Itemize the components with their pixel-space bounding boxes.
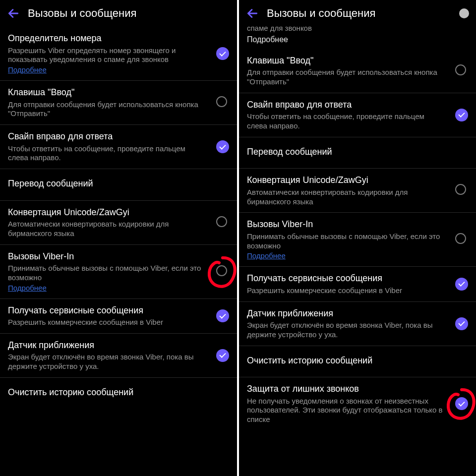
row-description: Принимать обычные вызовы с помощью Viber…	[247, 232, 446, 251]
settings-row[interactable]: Получать сервисные сообщенияРазрешить ко…	[0, 298, 237, 333]
row-description: Разрешить Viber определять номер звоняще…	[8, 46, 207, 65]
row-title: Конвертация Unicode/ZawGyi	[8, 207, 207, 218]
row-title: Очистить историю сообщений	[247, 355, 446, 366]
row-title: Очистить историю сообщений	[8, 387, 207, 398]
cutoff-previous-item-desc: спаме для звонков	[239, 24, 476, 33]
row-description: Чтобы ответить на сообщение, проведите п…	[8, 144, 207, 163]
row-title: Клавиша "Ввод"	[8, 87, 207, 98]
row-title: Вызовы Viber-In	[247, 219, 446, 230]
check-circle-icon	[455, 109, 468, 121]
settings-row[interactable]: Клавиша "Ввод"Для отправки сообщения буд…	[0, 80, 237, 124]
touch-indicator-icon	[459, 8, 469, 18]
settings-row[interactable]: Защита от лишних звонковНе получать увед…	[239, 377, 476, 430]
toggle-on[interactable]	[216, 140, 229, 153]
toggle-on[interactable]	[455, 397, 468, 410]
toggle-on[interactable]	[455, 317, 468, 330]
row-title: Датчик приближения	[8, 340, 207, 351]
toggle-off[interactable]	[216, 265, 229, 278]
more-link[interactable]: Подробнее	[8, 65, 47, 74]
row-description: Экран будет отключён во время звонка Vib…	[247, 321, 446, 340]
settings-list[interactable]: Клавиша "Ввод"Для отправки сообщения буд…	[239, 49, 476, 476]
check-circle-icon	[216, 349, 229, 362]
row-description: Для отправки сообщения будет использоват…	[8, 100, 207, 119]
settings-row[interactable]: Датчик приближенияЭкран будет отключён в…	[239, 301, 476, 346]
row-description: Принимать обычные вызовы с помощью Viber…	[8, 264, 207, 283]
circle-outline-icon	[216, 216, 227, 227]
row-description: Для отправки сообщения будет использоват…	[247, 68, 446, 87]
more-link[interactable]: Подробнее	[247, 251, 286, 260]
row-title: Определитель номера	[8, 33, 207, 44]
section-header[interactable]: Очистить историю сообщений	[239, 346, 476, 377]
row-description: Разрешить коммерческие сообщения в Viber	[8, 318, 207, 327]
settings-row[interactable]: Свайп вправо для ответаЧтобы ответить на…	[239, 93, 476, 137]
settings-row[interactable]: Получать сервисные сообщенияРазрешить ко…	[239, 266, 476, 301]
toggle-on[interactable]	[455, 278, 468, 291]
circle-outline-icon	[216, 96, 227, 107]
more-link[interactable]: Подробнее	[247, 35, 288, 44]
row-description: Автоматически конвертировать кодировки д…	[247, 188, 446, 207]
check-circle-icon	[216, 309, 229, 322]
row-description: Разрешить коммерческие сообщения в Viber	[247, 286, 446, 296]
back-arrow-icon[interactable]	[7, 7, 20, 20]
row-title: Датчик приближения	[247, 308, 446, 319]
row-title: Получать сервисные сообщения	[8, 305, 207, 316]
row-title: Вызовы Viber-In	[8, 251, 207, 262]
settings-list[interactable]: Определитель номераРазрешить Viber опред…	[0, 27, 237, 476]
section-header[interactable]: Перевод сообщений	[239, 137, 476, 169]
settings-row[interactable]: Вызовы Viber-InПринимать обычные вызовы …	[239, 212, 476, 266]
section-header[interactable]: Очистить историю сообщений	[0, 377, 237, 409]
check-circle-icon	[455, 278, 468, 291]
row-title: Конвертация Unicode/ZawGyi	[247, 175, 446, 186]
row-title: Перевод сообщений	[8, 178, 207, 189]
check-circle-icon	[455, 397, 468, 410]
toggle-on[interactable]	[216, 309, 229, 322]
settings-row[interactable]: Вызовы Viber-InПринимать обычные вызовы …	[0, 244, 237, 298]
phone-left: Вызовы и сообщения Определитель номераРа…	[0, 0, 237, 476]
settings-row[interactable]: Конвертация Unicode/ZawGyiАвтоматически …	[0, 200, 237, 244]
circle-outline-icon	[216, 265, 227, 276]
check-circle-icon	[455, 317, 468, 330]
toggle-on[interactable]	[216, 349, 229, 362]
phone-right: Вызовы и сообщения спаме для звонков Под…	[239, 0, 476, 476]
toggle-off[interactable]	[216, 96, 229, 109]
screen-title: Вызовы и сообщения	[267, 7, 375, 20]
row-title: Свайп вправо для ответа	[8, 131, 207, 142]
toggle-on[interactable]	[216, 47, 229, 60]
back-arrow-icon[interactable]	[246, 7, 259, 20]
toggle-off[interactable]	[216, 216, 229, 229]
settings-row[interactable]: Клавиша "Ввод"Для отправки сообщения буд…	[239, 49, 476, 93]
row-title: Перевод сообщений	[247, 146, 446, 158]
settings-row[interactable]: Определитель номераРазрешить Viber опред…	[0, 27, 237, 80]
toggle-off[interactable]	[455, 64, 468, 77]
circle-outline-icon	[455, 64, 466, 75]
circle-outline-icon	[455, 184, 466, 195]
row-title: Свайп вправо для ответа	[247, 99, 446, 111]
circle-outline-icon	[455, 233, 466, 244]
settings-row[interactable]: Свайп вправо для ответаЧтобы ответить на…	[0, 124, 237, 169]
row-title: Получать сервисные сообщения	[247, 273, 446, 284]
row-description: Чтобы ответить на сообщение, проведите п…	[247, 112, 446, 131]
appbar: Вызовы и сообщения	[0, 0, 237, 27]
toggle-off[interactable]	[455, 233, 468, 246]
appbar: Вызовы и сообщения	[239, 0, 476, 27]
toggle-off[interactable]	[455, 184, 468, 197]
row-title: Клавиша "Ввод"	[247, 55, 446, 66]
check-circle-icon	[216, 47, 229, 60]
canvas: Вызовы и сообщения Определитель номераРа…	[0, 0, 476, 476]
settings-row[interactable]: Конвертация Unicode/ZawGyiАвтоматически …	[239, 168, 476, 212]
row-description: Не получать уведомления о звонках от неи…	[247, 397, 446, 424]
check-circle-icon	[216, 140, 229, 153]
row-title: Защита от лишних звонков	[247, 383, 446, 395]
section-header[interactable]: Перевод сообщений	[0, 169, 237, 200]
row-description: Экран будет отключён во время звонка Vib…	[8, 353, 207, 371]
more-link[interactable]: Подробнее	[8, 284, 47, 292]
screen-title: Вызовы и сообщения	[28, 7, 136, 20]
settings-row[interactable]: Датчик приближенияЭкран будет отключён в…	[0, 333, 237, 377]
toggle-on[interactable]	[455, 109, 468, 121]
row-description: Автоматически конвертировать кодировки д…	[8, 220, 207, 238]
